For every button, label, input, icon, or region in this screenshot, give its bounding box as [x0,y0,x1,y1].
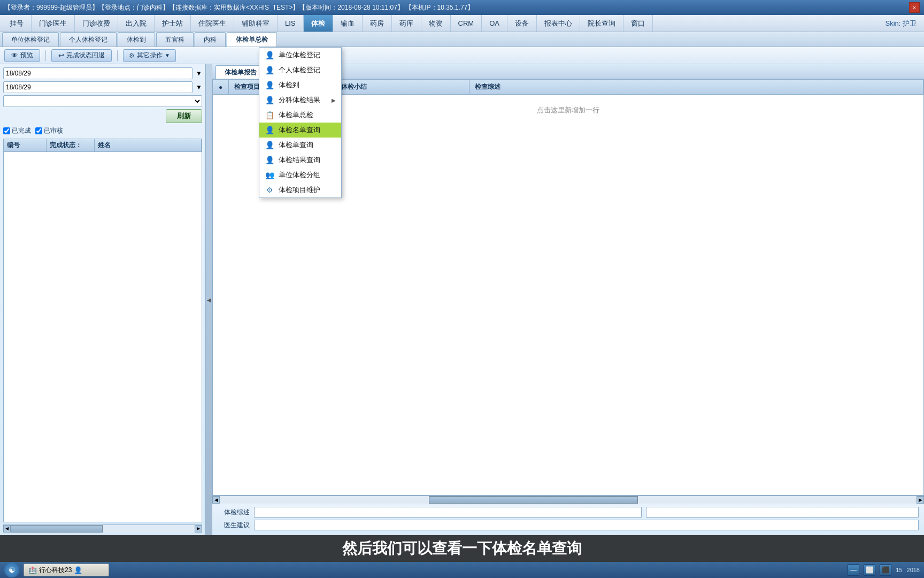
menu-item-yuanzhang-chaxun[interactable]: 院长查询 [580,15,623,32]
other-operations-button[interactable]: ⚙ 其它操作 ▼ [123,49,176,62]
checkbox-reviewed[interactable] [35,127,42,134]
dropdown-danwei-dengji[interactable]: 👤 单位体检登记 [259,48,341,63]
status-right: — ⬜ ⬛ 15 2018 [848,564,920,576]
menu-item-fuzu-keshi[interactable]: 辅助科室 [234,15,278,32]
status-date: 2018 [907,567,920,573]
dropdown-tijian-xiangmu-weihu[interactable]: ⚙ 体检项目维护 [259,182,341,197]
menu-bar: 挂号 门诊医生 门诊收费 出入院 护士站 住院医生 辅助科室 LIS 体检 输血… [0,15,924,32]
filter-select[interactable] [3,95,202,107]
left-scrollbar: ◀ ▶ [3,524,202,532]
menu-item-yaofang[interactable]: 药房 [363,15,392,32]
dropdown-tijian-dao[interactable]: 👤 体检到 [259,78,341,93]
left-scroll-thumb[interactable] [11,525,103,533]
tab-bar: 单位体检登记 个人体检登记 体检到 五官科 内科 体检单总检 [0,32,924,47]
preview-button[interactable]: 👁 预览 [4,49,40,62]
menu-item-churu-yuan[interactable]: 出入院 [118,15,155,32]
tab-danwei-dengji[interactable]: 单位体检登记 [2,32,59,47]
complete-status-button[interactable]: ↩ 完成状态回退 [51,49,112,62]
tijian-zongshu-right-panel[interactable] [646,507,919,518]
dropdown-fenke-jieguo[interactable]: 👤 分科体检结果 ▶ [259,93,341,108]
h-scrollbar: ◀ ▶ [212,496,924,503]
date-arrow-icon-2[interactable]: ▼ [196,83,202,91]
menu-item-shebei[interactable]: 设备 [507,15,537,32]
h-scroll-track [220,496,917,504]
status-minimize-button[interactable]: — [848,564,859,576]
toolbar-separator [45,50,46,61]
dropdown-arrow-icon: ▼ [165,52,170,58]
dropdown-danwei-fengzu[interactable]: 👥 单位体检分组 [259,168,341,182]
status-maximize-button[interactable]: ⬛ [880,564,891,576]
menu-item-crm[interactable]: CRM [451,15,482,32]
subtitle-bar: 然后我们可以查看一下体检名单查询 [0,535,924,562]
title-bar: 【登录者：999999-超级管理员】【登录地点：门诊内科】【连接数据库：实用数据… [0,0,924,15]
col-tijian-xiaojie: 体检小结 [336,80,469,94]
checkbox-reviewed-label[interactable]: 已审核 [35,126,63,135]
h-scroll-thumb[interactable] [429,496,638,504]
h-scroll-right-arrow[interactable]: ▶ [917,496,924,504]
report-tab-tijian-baogao[interactable]: 体检单报告 [215,65,266,79]
menu-item-zhuyuan-yisheng[interactable]: 住院医生 [191,15,234,32]
dropdown-tijian-jieguo-chaxun[interactable]: 👤 体检结果查询 [259,153,341,168]
dropdown-icon-mingdan: 👤 [265,125,274,135]
dropdown-icon-zongjian: 📋 [265,110,274,120]
label-tijian-zongshu: 体检综述 [218,508,250,517]
dropdown-tijian-dan-zongjian[interactable]: 📋 体检单总检 [259,108,341,123]
dropdown-icon-fengzu: 👥 [265,170,274,180]
input-tijian-zongshu[interactable] [254,507,642,518]
col-status: 完成状态： [47,139,95,151]
tab-tijian-dan-zongjian[interactable]: 体检单总检 [227,32,277,47]
menu-item-wuzi[interactable]: 物资 [421,15,451,32]
date-input-1[interactable] [3,67,192,79]
menu-item-oa[interactable]: OA [482,15,507,32]
status-logo: ☯ [4,562,19,577]
h-scroll-left-arrow[interactable]: ◀ [212,496,220,504]
col-bianhao: 编号 [4,139,47,151]
panel-collapse-handle[interactable]: ◀ [206,64,212,535]
dropdown-tijian-mingdan-chaxun[interactable]: 👤 体检名单查询 [259,123,341,138]
bottom-row-1: 体检综述 [218,507,919,518]
status-restore-button[interactable]: ⬜ [864,564,875,576]
complete-icon: ↩ [58,51,64,59]
menu-item-menzhen-shoufei[interactable]: 门诊收费 [75,15,118,32]
refresh-button[interactable]: 刷新 [166,109,202,123]
menu-item-menzhen-yisheng[interactable]: 门诊医生 [32,15,75,32]
bottom-area: 体检综述 医生建议 [212,503,924,535]
refresh-row: 刷新 [3,109,202,123]
tab-neike[interactable]: 内科 [195,32,226,47]
date-arrow-icon-1[interactable]: ▼ [196,70,202,77]
toolbar: 👁 预览 ↩ 完成状态回退 ⚙ 其它操作 ▼ [0,47,924,64]
tab-wuguan-ke[interactable]: 五官科 [156,32,194,47]
operations-icon: ⚙ [129,52,135,59]
skin-selector[interactable]: Skin: 护卫 [880,15,922,32]
menu-item-hushi-zhan[interactable]: 护士站 [155,15,191,32]
menu-item-lis[interactable]: LIS [278,15,304,32]
left-scroll-right-arrow[interactable]: ▶ [195,525,202,533]
input-yisheng-jianyi[interactable] [254,520,919,530]
date-input-2[interactable] [3,81,192,93]
preview-icon: 👁 [11,51,18,59]
menu-item-guahao[interactable]: 挂号 [2,15,32,32]
tab-geren-dengji[interactable]: 个人体检登记 [60,32,117,47]
tab-tijian-dao[interactable]: 体检到 [118,32,155,47]
toolbar-separator2 [117,50,118,61]
menu-item-yaoku[interactable]: 药库 [392,15,421,32]
dropdown-icon-fenke: 👤 [265,95,274,105]
menu-item-shuxue[interactable]: 输血 [333,15,363,32]
close-button[interactable]: × [909,2,920,13]
user-icon: 👤 [74,566,82,574]
menu-item-baobiao-zhongxin[interactable]: 报表中心 [537,15,580,32]
checkbox-complete[interactable] [3,127,10,134]
date-row-2: ▼ [3,81,202,93]
dropdown-geren-dengji[interactable]: 👤 个人体检登记 [259,63,341,78]
subtitle-text: 然后我们可以查看一下体检名单查询 [342,538,582,559]
left-scroll-left-arrow[interactable]: ◀ [3,525,11,533]
menu-item-chuangkou[interactable]: 窗口 [623,15,653,32]
status-time: 15 [896,567,902,573]
col-row-indicator: ● [213,80,229,94]
dropdown-tijian-dan-chaxun[interactable]: 👤 体检单查询 [259,138,341,153]
date-row-1: ▼ [3,67,202,79]
status-app-button[interactable]: 🏥 行心科技23 👤 [24,564,109,576]
menu-item-tijian[interactable]: 体检 [304,15,333,32]
checkbox-row: 已完成 已审核 [3,125,202,136]
checkbox-complete-label[interactable]: 已完成 [3,126,31,135]
